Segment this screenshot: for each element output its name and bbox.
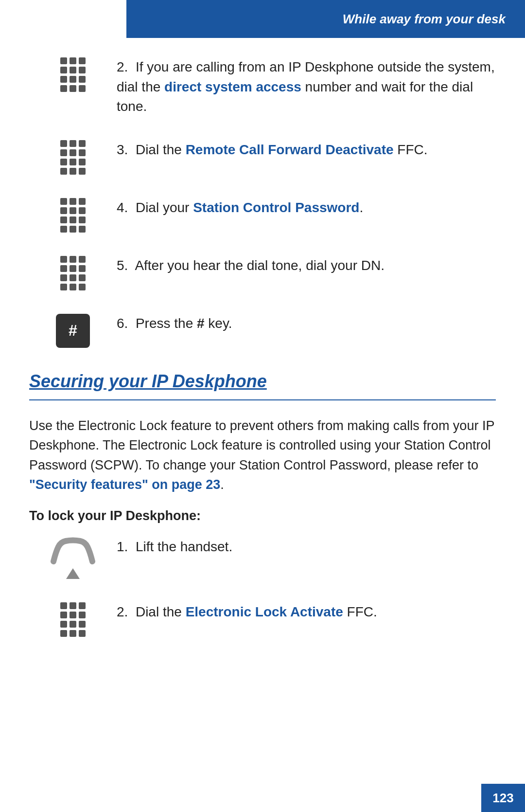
hash-key-icon: # xyxy=(56,314,90,348)
keypad-dot xyxy=(79,149,86,156)
header-title: While away from your desk xyxy=(343,12,506,27)
step-5-number: 5. xyxy=(117,258,135,273)
keypad-dot xyxy=(70,198,76,205)
keypad-dot xyxy=(79,217,86,223)
page-number-box: 123 xyxy=(481,784,525,812)
keypad-dot xyxy=(79,226,86,233)
step-5-row: 5. After you hear the dial tone, dial yo… xyxy=(29,256,496,290)
keypad-dot xyxy=(70,630,76,637)
keypad-dot xyxy=(70,265,76,272)
keypad-dot xyxy=(79,265,86,272)
security-features-link[interactable]: "Security features" on page 23 xyxy=(29,477,220,492)
step-6-text: 6. Press the # key. xyxy=(117,314,496,334)
direct-system-access-link[interactable]: direct system access xyxy=(164,79,301,94)
step-6-row: # 6. Press the # key. xyxy=(29,314,496,348)
keypad-dot xyxy=(79,602,86,609)
step-4-number: 4. xyxy=(117,200,136,215)
substep-2-row: 2. Dial the Electronic Lock Activate FFC… xyxy=(29,602,496,637)
keypad-dot xyxy=(79,274,86,281)
keypad-icon xyxy=(60,602,86,637)
keypad-dot xyxy=(70,67,76,73)
keypad-dot xyxy=(60,140,67,147)
step-6-number: 6. xyxy=(117,316,136,331)
step-5-icon xyxy=(29,256,117,290)
keypad-dot xyxy=(60,621,67,628)
keypad-dot xyxy=(79,198,86,205)
keypad-dot xyxy=(70,274,76,281)
keypad-dot xyxy=(70,159,76,165)
keypad-dot xyxy=(70,621,76,628)
keypad-dot xyxy=(60,67,67,73)
arrow-up-icon xyxy=(66,568,80,579)
keypad-dot xyxy=(70,284,76,290)
keypad-dot xyxy=(79,76,86,83)
keypad-icon xyxy=(60,256,86,290)
electronic-lock-activate-link[interactable]: Electronic Lock Activate xyxy=(186,604,343,619)
keypad-dot xyxy=(70,217,76,223)
substep-1-row: 1. Lift the handset. xyxy=(29,537,496,579)
keypad-dot xyxy=(79,57,86,64)
keypad-dot xyxy=(70,140,76,147)
step-3-text: 3. Dial the Remote Call Forward Deactiva… xyxy=(117,140,496,160)
section-body: Use the Electronic Lock feature to preve… xyxy=(29,416,496,495)
keypad-dot xyxy=(70,256,76,263)
keypad-dot xyxy=(70,168,76,175)
keypad-dot xyxy=(60,602,67,609)
section-heading: Securing your IP Deskphone xyxy=(29,371,496,392)
keypad-dot xyxy=(70,226,76,233)
keypad-dot xyxy=(79,168,86,175)
keypad-dot xyxy=(79,256,86,263)
keypad-dot xyxy=(70,76,76,83)
keypad-icon xyxy=(60,57,86,92)
sub-heading-label: To lock your IP Deskphone: xyxy=(29,508,496,523)
station-control-password-link[interactable]: Station Control Password xyxy=(193,200,359,215)
substep-1-number: 1. xyxy=(117,539,136,554)
section-divider xyxy=(29,399,496,400)
keypad-dot xyxy=(60,207,67,214)
page-number: 123 xyxy=(492,791,513,806)
header-bar: While away from your desk xyxy=(126,0,525,38)
step-4-text: 4. Dial your Station Control Password. xyxy=(117,198,496,218)
keypad-dot xyxy=(79,630,86,637)
keypad-dot xyxy=(70,602,76,609)
keypad-dot xyxy=(79,612,86,618)
keypad-dot xyxy=(79,140,86,147)
keypad-dot xyxy=(79,159,86,165)
handset-svg xyxy=(49,537,97,566)
keypad-dot xyxy=(70,57,76,64)
keypad-dot xyxy=(60,168,67,175)
keypad-dot xyxy=(70,149,76,156)
substep-2-icon xyxy=(29,602,117,637)
substep-1-text: 1. Lift the handset. xyxy=(117,537,496,557)
keypad-icon xyxy=(60,198,86,233)
keypad-dot xyxy=(60,630,67,637)
handset-icon xyxy=(49,537,97,579)
step-2-row: 2. If you are calling from an IP Deskpho… xyxy=(29,57,496,117)
keypad-dot xyxy=(60,612,67,618)
step-2-icon xyxy=(29,57,117,92)
hash-symbol: # xyxy=(197,316,205,331)
keypad-dot xyxy=(70,85,76,92)
keypad-dot xyxy=(60,198,67,205)
substep-2-number: 2. xyxy=(117,604,136,619)
remote-call-forward-link[interactable]: Remote Call Forward Deactivate xyxy=(186,142,394,157)
keypad-dot xyxy=(79,284,86,290)
step-5-text: 5. After you hear the dial tone, dial yo… xyxy=(117,256,496,276)
keypad-dot xyxy=(79,207,86,214)
substep-1-icon xyxy=(29,537,117,579)
keypad-dot xyxy=(60,226,67,233)
step-4-row: 4. Dial your Station Control Password. xyxy=(29,198,496,233)
step-6-icon: # xyxy=(29,314,117,348)
keypad-dot xyxy=(70,612,76,618)
keypad-dot xyxy=(79,85,86,92)
step-2-text: 2. If you are calling from an IP Deskpho… xyxy=(117,57,496,117)
step-3-row: 3. Dial the Remote Call Forward Deactiva… xyxy=(29,140,496,175)
step-3-number: 3. xyxy=(117,142,136,157)
substep-2-text: 2. Dial the Electronic Lock Activate FFC… xyxy=(117,602,496,622)
keypad-dot xyxy=(79,67,86,73)
keypad-dot xyxy=(60,76,67,83)
step-3-icon xyxy=(29,140,117,175)
main-content: 2. If you are calling from an IP Deskpho… xyxy=(0,38,525,699)
keypad-dot xyxy=(60,159,67,165)
keypad-dot xyxy=(60,265,67,272)
